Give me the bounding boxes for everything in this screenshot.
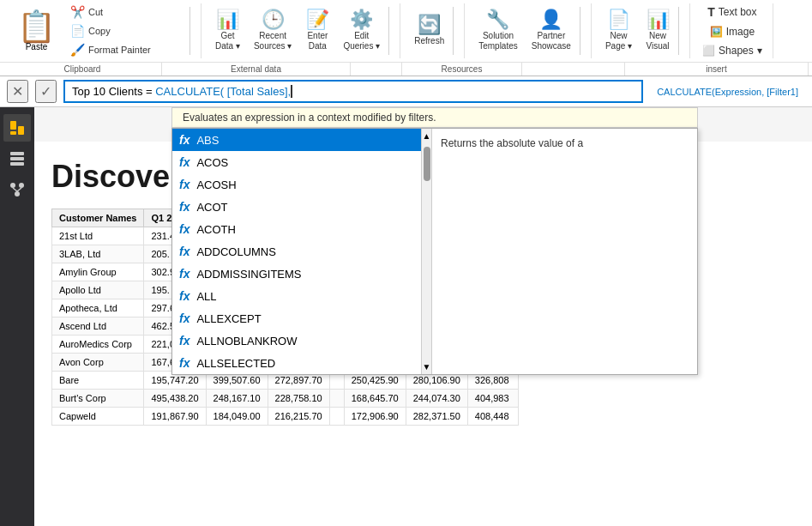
autocomplete-item-addcolumns[interactable]: fxADDCOLUMNS: [172, 240, 421, 263]
get-data-button[interactable]: 📊 GetData ▾: [210, 7, 245, 55]
autocomplete-item-label: ACOSH: [196, 178, 236, 191]
clipboard-label: Clipboard: [3, 63, 162, 76]
formula-input[interactable]: Top 10 Clients = CALCULATE( [Total Sales…: [63, 80, 643, 103]
autocomplete-item-abs[interactable]: fxABS: [172, 129, 421, 151]
svg-point-6: [10, 183, 15, 188]
autocomplete-item-acosh[interactable]: fxACOSH: [172, 173, 421, 196]
autocomplete-item-label: ADDMISSINGITEMS: [196, 268, 301, 281]
autocomplete-item-allexcept[interactable]: fxALLEXCEPT: [172, 307, 421, 330]
edit-queries-icon: ⚙️: [350, 10, 373, 29]
fx-icon: fx: [179, 245, 189, 258]
table-cell: Burt's Corp: [52, 390, 144, 408]
autocomplete-area: Evaluates an expression in a context mod…: [171, 107, 698, 375]
text-box-button[interactable]: T Text box: [704, 3, 760, 21]
clipboard-group: 📋 Paste ✂️ Cut 📄 Copy 🖌️ Format Painter: [3, 3, 201, 58]
fx-icon: fx: [179, 222, 189, 236]
paste-button[interactable]: 📋 Paste: [10, 3, 63, 58]
autocomplete-item-all[interactable]: fxALL: [172, 285, 421, 307]
partner-showcase-button[interactable]: 👤 PartnerShowcase: [526, 7, 576, 55]
autocomplete-scrollbar[interactable]: ▲ ▼: [421, 129, 431, 374]
fx-icon: fx: [179, 267, 189, 281]
format-painter-button[interactable]: 🖌️ Format Painter: [66, 41, 186, 58]
refresh-label: Refresh: [414, 36, 444, 46]
enter-data-button[interactable]: 📝 EnterData: [300, 7, 334, 55]
autocomplete-item-addmissingitems[interactable]: fxADDMISSINGITEMS: [172, 263, 421, 285]
shapes-button[interactable]: ⬜ Shapes ▾: [699, 43, 766, 58]
cut-button[interactable]: ✂️ Cut: [66, 3, 186, 21]
table-cell: 172,906.90: [344, 408, 406, 426]
sidebar: [0, 107, 34, 526]
refresh-group: 🔄 Refresh: [402, 3, 465, 58]
table-cell: 228,758.10: [268, 390, 329, 408]
fx-icon: fx: [179, 334, 189, 348]
ribbon: 📋 Paste ✂️ Cut 📄 Copy 🖌️ Format Painter: [0, 0, 812, 76]
autocomplete-item-label: ACOTH: [196, 223, 236, 236]
cut-icon: ✂️: [69, 5, 85, 19]
formula-bar: ✕ ✓ Top 10 Clients = CALCULATE( [Total S…: [0, 76, 812, 107]
autocomplete-item-acos[interactable]: fxACOS: [172, 151, 421, 173]
new-page-button[interactable]: 📄 NewPage ▾: [600, 7, 637, 55]
recent-sources-icon: 🕒: [262, 10, 285, 29]
table-cell: Bare: [52, 372, 144, 390]
divider5: [678, 7, 679, 55]
table-row: Burt's Corp495,438.20248,167.10228,758.1…: [52, 390, 519, 408]
svg-rect-3: [10, 152, 24, 155]
formula-cancel-button[interactable]: ✕: [7, 80, 28, 103]
edit-queries-button[interactable]: ⚙️ EditQueries ▾: [338, 7, 385, 55]
table-cell: 216,215.70: [268, 408, 329, 426]
fx-icon: fx: [179, 200, 189, 214]
sidebar-icon-model[interactable]: [3, 176, 31, 203]
table-cell: Apollo Ltd: [52, 281, 144, 299]
resources-label: Resources: [402, 63, 522, 76]
table-cell: 404,983: [467, 390, 518, 408]
svg-rect-0: [10, 121, 16, 130]
svg-rect-5: [10, 162, 24, 166]
table-cell: 3LAB, Ltd: [52, 245, 144, 263]
table-cell: 495,438.20: [144, 390, 206, 408]
autocomplete-item-allselected[interactable]: fxALLSELECTED: [172, 352, 421, 374]
app-container: Discover who... o customer Customer Name…: [0, 107, 812, 526]
svg-rect-1: [18, 126, 24, 135]
table-row: Capweld191,867.90184,049.00216,215.70172…: [52, 408, 519, 426]
table-cell: Apotheca, Ltd: [52, 299, 144, 317]
svg-rect-4: [10, 157, 24, 160]
table-cell: Capweld: [52, 408, 144, 426]
autocomplete-list: fxABSfxACOSfxACOSHfxACOTfxACOTHfxADDCOLU…: [172, 129, 421, 374]
main-content: Discover who... o customer Customer Name…: [34, 107, 812, 526]
table-cell: [329, 390, 344, 408]
insert-label: insert: [625, 63, 809, 76]
formula-confirm-button[interactable]: ✓: [35, 80, 57, 103]
fx-icon: fx: [179, 289, 189, 303]
autocomplete-item-acot[interactable]: fxACOT: [172, 196, 421, 218]
external-data-group: 📊 GetData ▾ 🕒 RecentSources ▾ 📝 EnterDat…: [203, 3, 400, 58]
insert-group: T Text box 🖼️ Image ⬜ Shapes ▾: [692, 3, 773, 58]
fx-icon: fx: [179, 133, 189, 147]
autocomplete-tooltip: Evaluates an expression in a context mod…: [171, 107, 698, 128]
new-page-icon: 📄: [607, 10, 630, 29]
autocomplete-item-label: ALLSELECTED: [196, 357, 275, 370]
autocomplete-item-acoth[interactable]: fxACOTH: [172, 218, 421, 240]
divider3: [453, 7, 454, 55]
copy-label: Copy: [88, 26, 111, 36]
sidebar-icon-data[interactable]: [3, 145, 31, 172]
copy-button[interactable]: 📄 Copy: [66, 22, 186, 39]
divider2: [388, 7, 389, 55]
scrollbar-thumb[interactable]: [424, 147, 430, 181]
format-painter-label: Format Painter: [88, 45, 151, 55]
format-painter-icon: 🖌️: [69, 43, 85, 57]
refresh-button[interactable]: 🔄 Refresh: [409, 12, 449, 50]
sidebar-icon-report[interactable]: [3, 114, 31, 142]
recent-sources-button[interactable]: 🕒 RecentSources ▾: [249, 7, 297, 55]
fx-icon: fx: [179, 155, 189, 169]
solution-templates-button[interactable]: 🔧 SolutionTemplates: [473, 7, 523, 55]
refresh-label-cell: [351, 63, 402, 76]
table-cell: 408,448: [467, 408, 518, 426]
image-button[interactable]: 🖼️ Image: [707, 24, 758, 39]
autocomplete-item-label: ALLEXCEPT: [196, 312, 261, 325]
formula-cursor: [291, 85, 292, 98]
shapes-icon: ⬜: [702, 45, 715, 57]
page-label-cell: [522, 63, 625, 76]
autocomplete-item-allnoblankrow[interactable]: fxALLNOBLANKROW: [172, 330, 421, 352]
new-visual-icon: 📊: [647, 10, 670, 29]
new-visual-button[interactable]: 📊 NewVisual: [641, 7, 675, 55]
